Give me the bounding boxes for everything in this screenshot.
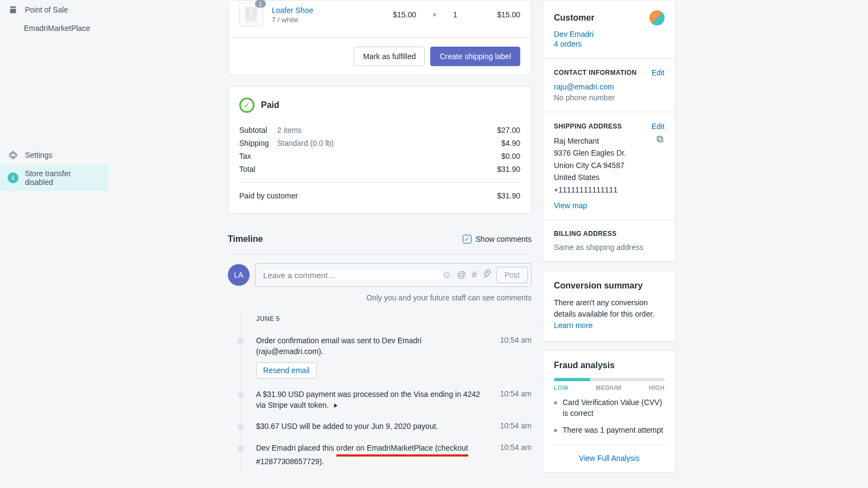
line-total: $15.00 [488, 10, 520, 19]
paid-card: ✓ Paid Subtotal 2 items $27.00 Shipping … [228, 86, 532, 214]
fraud-title: Fraud analysis [554, 361, 665, 370]
check-circle-icon: ✓ [239, 98, 254, 113]
customer-avatar-icon[interactable] [649, 10, 665, 25]
fraud-low-label: LOW [554, 384, 569, 391]
sidebar-item-transfer[interactable]: i Store transfer disabled [0, 165, 108, 191]
customer-orders-link[interactable]: 4 orders [554, 40, 665, 48]
shipping-row: Shipping Standard (0.0 lb) $4.90 [239, 137, 520, 150]
sidebar-item-settings[interactable]: Settings [0, 145, 108, 165]
timeline: Timeline ✓ Show comments LA ☺ @ # [228, 224, 532, 472]
shipping-address-heading: SHIPPING ADDRESS [554, 123, 622, 130]
svg-rect-0 [659, 138, 663, 142]
mention-icon[interactable]: @ [457, 269, 466, 281]
timeline-dot-icon [238, 391, 244, 398]
fulfillment-card: 1 Loafer Shoe 7 / white $15.00 × 1 $15.0… [228, 0, 532, 75]
product-variant: 7 / white [272, 16, 384, 24]
show-comments-toggle[interactable]: ✓ Show comments [463, 235, 532, 243]
timeline-dot-icon [238, 445, 244, 452]
post-button[interactable]: Post [496, 267, 528, 283]
customer-email-link[interactable]: raju@emadri.com [554, 82, 665, 91]
comment-visibility-note: Only you and your future staff can see c… [228, 291, 532, 311]
comment-input[interactable] [263, 271, 442, 280]
sidebar-item-label: EmadriMarketPlace [24, 24, 90, 33]
line-qty: 1 [453, 10, 457, 19]
emoji-icon[interactable]: ☺ [442, 269, 451, 281]
total-row: Total $31.90 [239, 163, 520, 176]
fraud-card: Fraud analysis LOW MEDIUM HIGH Card Veri… [542, 350, 676, 473]
info-icon: i [8, 172, 18, 183]
timeline-time: 10:54 am [500, 443, 532, 467]
items-link[interactable]: 2 items [277, 126, 497, 134]
bullet-icon [554, 429, 557, 432]
sidebar-item-label: Point of Sale [25, 5, 68, 14]
bullet-icon [554, 401, 557, 404]
view-full-analysis-link[interactable]: View Full Analysis [554, 445, 665, 463]
timeline-dot-icon [238, 338, 244, 344]
timeline-time: 10:54 am [500, 389, 532, 410]
paid-title: Paid [261, 100, 279, 110]
shipping-address: Raj Merchant 9376 Glen Eagles Dr. Union … [554, 135, 626, 196]
paid-by-customer-row: Paid by customer $31.90 [239, 189, 520, 202]
gear-icon [8, 150, 18, 160]
subtotal-row: Subtotal 2 items $27.00 [239, 124, 520, 137]
user-avatar: LA [228, 264, 250, 286]
edit-shipping-button[interactable]: Edit [652, 122, 665, 131]
view-map-link[interactable]: View map [554, 201, 665, 210]
product-thumbnail[interactable]: 1 [239, 3, 263, 27]
qty-badge: 1 [255, 0, 266, 8]
mark-fulfilled-button[interactable]: Mark as fulfilled [354, 47, 425, 66]
checkbox-icon: ✓ [463, 235, 471, 243]
billing-same-text: Same as shipping address [554, 243, 665, 252]
hashtag-icon[interactable]: # [472, 269, 477, 281]
edit-contact-button[interactable]: Edit [652, 68, 665, 77]
customer-title: Customer [554, 13, 595, 23]
copy-icon[interactable] [656, 135, 665, 146]
sidebar-item-label: Settings [25, 151, 53, 159]
create-shipping-label-button[interactable]: Create shipping label [430, 47, 520, 66]
timeline-title: Timeline [228, 234, 263, 244]
customer-name-link[interactable]: Dev Emadri [554, 30, 665, 38]
timeline-item: Order confirmation email was sent to Dev… [238, 330, 532, 384]
comment-input-container: ☺ @ # Post [255, 263, 532, 287]
svg-rect-1 [657, 136, 661, 140]
fraud-high-label: HIGH [649, 384, 665, 391]
conversion-title: Conversion summary [554, 281, 665, 291]
timeline-item[interactable]: A $31.90 USD payment was processed on th… [238, 384, 532, 416]
tax-row: Tax $0.00 [239, 150, 520, 163]
unit-price: $15.00 [393, 10, 416, 19]
line-item: 1 Loafer Shoe 7 / white $15.00 × 1 $15.0… [228, 1, 531, 37]
learn-more-link[interactable]: Learn more [554, 321, 593, 330]
conversion-card: Conversion summary There aren't any conv… [542, 271, 676, 342]
timeline-date: JUNE 5 [238, 311, 532, 330]
fraud-meter [554, 378, 665, 381]
billing-address-heading: BILLING ADDRESS [554, 230, 665, 237]
timeline-dot-icon [238, 423, 244, 430]
attachment-icon[interactable] [482, 269, 491, 281]
multiply-sign: × [432, 10, 437, 19]
timeline-item: $30.67 USD will be added to your Jun 9, … [238, 416, 532, 438]
sidebar: Point of Sale EmadriMarketPlace Settings… [0, 0, 108, 488]
no-phone-text: No phone number [554, 93, 665, 102]
pos-icon [8, 4, 18, 15]
customer-card: Customer Dev Emadri 4 orders CONTACT INF… [542, 0, 676, 262]
sidebar-item-pos[interactable]: Point of Sale [0, 0, 108, 20]
fraud-detail-item: There was 1 payment attempt [554, 425, 665, 436]
caret-right-icon [334, 403, 337, 408]
contact-info-heading: CONTACT INFORMATION [554, 69, 636, 76]
fraud-medium-label: MEDIUM [596, 384, 621, 391]
product-title-link[interactable]: Loafer Shoe [272, 6, 384, 15]
timeline-time: 10:54 am [500, 336, 532, 378]
fraud-detail-item: Card Verification Value (CVV) is correct [554, 397, 665, 419]
timeline-time: 10:54 am [500, 421, 532, 432]
resend-email-button[interactable]: Resend email [256, 362, 317, 378]
timeline-item: Dev Emadri placed this order on EmadriMa… [238, 438, 532, 472]
sidebar-item-marketplace[interactable]: EmadriMarketPlace [0, 20, 108, 37]
sidebar-item-label: Store transfer disabled [25, 169, 101, 187]
